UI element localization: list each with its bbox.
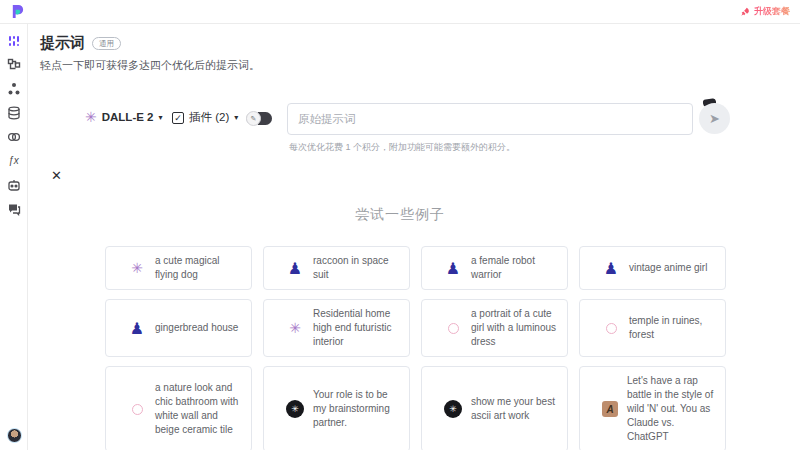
example-card[interactable]: a nature look and chic bathroom with whi… [105,366,252,450]
model-icon [602,401,618,417]
upgrade-label: 升级套餐 [754,5,790,18]
model-icon [602,319,620,337]
model-icon [444,319,462,337]
user-avatar[interactable] [7,428,22,443]
model-icon [286,400,304,418]
robot-icon[interactable] [6,177,21,192]
sidebar: ƒx [0,24,28,450]
model-icon [286,319,304,337]
example-text: vintage anime girl [629,261,707,275]
model-icon [128,319,146,337]
model-icon [128,400,146,418]
page-subtitle: 轻点一下即可获得多达四个优化后的提示词。 [40,58,260,73]
chevron-down-icon: ▾ [234,113,238,122]
chat-icon[interactable] [6,201,21,216]
example-card[interactable]: Residential home high end futuristic int… [263,299,410,357]
knot-icon[interactable] [6,129,21,144]
example-card[interactable]: Let's have a rap battle in the style of … [579,366,726,450]
rocket-icon [740,7,750,17]
example-text: gingerbread house [155,321,238,335]
plugins-label: 插件 (2) [189,110,229,125]
model-icon [602,259,620,277]
title-badge: 通用 [92,37,121,50]
example-text: Residential home high end futuristic int… [313,307,401,349]
example-text: raccoon in space suit [313,254,401,282]
example-card[interactable]: a female robot warrior [421,246,568,290]
model-icon [444,400,462,418]
page-title: 提示词 [40,34,85,53]
function-icon[interactable]: ƒx [6,153,21,168]
model-icon [128,259,146,277]
chevron-down-icon: ▾ [158,113,162,122]
toggle-track[interactable]: ✎ [246,112,272,125]
top-bar: 升级套餐 [0,0,800,24]
page-header: 提示词 通用 [40,34,121,53]
example-card[interactable]: Your role is to be my brainstorming part… [263,366,410,450]
plugins-select[interactable]: ✓ 插件 (2) ▾ [172,110,238,125]
toggle-thumb[interactable]: ✎ [246,111,261,126]
database-icon[interactable] [6,105,21,120]
example-text: Your role is to be my brainstorming part… [313,388,401,430]
examples-title: 尝试一些例子 [28,206,772,224]
prompt-input[interactable] [287,103,693,135]
example-text: Let's have a rap battle in the style of … [627,374,717,444]
example-card[interactable]: a cute magical flying dog [105,246,252,290]
close-icon[interactable]: ✕ [51,169,62,182]
credit-note: 每次优化花费 1 个积分，附加功能可能需要额外的积分。 [289,141,515,154]
tree-icon[interactable] [6,81,21,96]
app-window: 升级套餐 [0,0,800,450]
promptperfect-logo-icon[interactable] [10,4,25,19]
example-text: temple in ruines, forest [629,314,717,342]
prompts-icon[interactable] [6,33,21,48]
model-icon [286,259,304,277]
example-text: a cute magical flying dog [155,254,243,282]
example-text: a female robot warrior [471,254,559,282]
example-card[interactable]: a portrait of a cute girl with a luminou… [421,299,568,357]
example-card[interactable]: raccoon in space suit [263,246,410,290]
upgrade-button[interactable]: 升级套餐 [740,5,790,18]
example-card[interactable]: vintage anime girl [579,246,726,290]
auto-optimize-toggle[interactable]: ✎ [246,112,272,125]
send-icon: ➤ [709,112,720,125]
openai-icon: ✳ [85,110,97,124]
model-icon [444,259,462,277]
example-text: a nature look and chic bathroom with whi… [155,381,243,437]
model-select[interactable]: ✳ DALL-E 2 ▾ [85,110,163,124]
example-card[interactable]: show me your best ascii art work [421,366,568,450]
send-button[interactable]: ➤ [699,103,730,134]
flow-icon[interactable] [6,57,21,72]
example-card[interactable]: gingerbread house [105,299,252,357]
example-text: show me your best ascii art work [471,395,559,423]
example-text: a portrait of a cute girl with a luminou… [471,307,559,349]
model-select-label: DALL-E 2 [102,111,154,123]
examples-grid: a cute magical flying dog raccoon in spa… [105,246,727,450]
example-card[interactable]: temple in ruines, forest [579,299,726,357]
plugins-checkbox[interactable]: ✓ [172,112,184,124]
